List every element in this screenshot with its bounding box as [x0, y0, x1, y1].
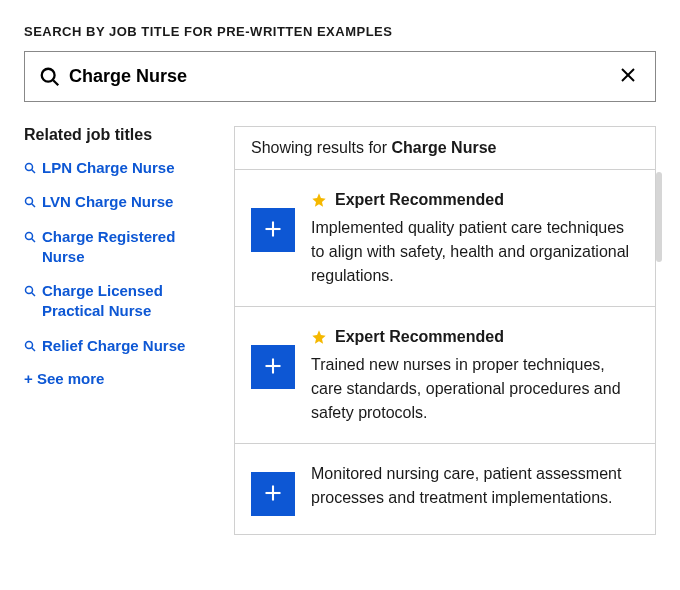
related-title-label: Relief Charge Nurse	[42, 336, 185, 356]
search-icon	[24, 285, 36, 297]
svg-point-10	[26, 287, 33, 294]
search-icon	[24, 162, 36, 174]
result-item: Monitored nursing care, patient assessme…	[235, 444, 655, 534]
related-title-item[interactable]: Relief Charge Nurse	[24, 336, 214, 356]
search-input[interactable]	[61, 66, 615, 87]
search-box[interactable]	[24, 51, 656, 102]
svg-point-12	[26, 341, 33, 348]
svg-point-8	[26, 232, 33, 239]
svg-line-13	[32, 347, 35, 350]
recommended-badge: Expert Recommended	[311, 188, 639, 212]
search-icon	[39, 66, 61, 88]
recommended-label: Expert Recommended	[335, 188, 504, 212]
results-panel: Showing results for Charge Nurse Expert …	[234, 126, 656, 535]
star-icon	[311, 329, 327, 345]
related-title-label: Charge Registered Nurse	[42, 227, 214, 268]
scrollbar[interactable]	[656, 172, 662, 262]
clear-button[interactable]	[615, 62, 641, 91]
related-title-item[interactable]: Charge Licensed Practical Nurse	[24, 281, 214, 322]
svg-point-4	[26, 164, 33, 171]
add-button[interactable]	[251, 208, 295, 252]
svg-point-0	[42, 68, 55, 81]
sidebar: Related job titles LPN Charge Nurse LVN …	[24, 126, 214, 535]
result-text: Implemented quality patient care techniq…	[311, 216, 639, 288]
results-query: Charge Nurse	[392, 139, 497, 156]
svg-line-7	[32, 204, 35, 207]
svg-line-9	[32, 238, 35, 241]
search-label: SEARCH BY JOB TITLE FOR PRE-WRITTEN EXAM…	[24, 24, 656, 39]
svg-point-6	[26, 198, 33, 205]
result-text: Monitored nursing care, patient assessme…	[311, 462, 639, 510]
search-icon	[24, 196, 36, 208]
recommended-label: Expert Recommended	[335, 325, 504, 349]
result-body: Expert Recommended Implemented quality p…	[311, 188, 639, 288]
result-text: Trained new nurses in proper techniques,…	[311, 353, 639, 425]
search-icon	[24, 340, 36, 352]
related-title-item[interactable]: LVN Charge Nurse	[24, 192, 214, 212]
related-title-label: LPN Charge Nurse	[42, 158, 175, 178]
related-title-label: Charge Licensed Practical Nurse	[42, 281, 214, 322]
result-body: Monitored nursing care, patient assessme…	[311, 462, 639, 510]
result-body: Expert Recommended Trained new nurses in…	[311, 325, 639, 425]
related-title-label: LVN Charge Nurse	[42, 192, 173, 212]
result-item: Expert Recommended Trained new nurses in…	[235, 307, 655, 444]
add-button[interactable]	[251, 345, 295, 389]
recommended-badge: Expert Recommended	[311, 325, 639, 349]
see-more-link[interactable]: + See more	[24, 370, 214, 387]
svg-line-11	[32, 293, 35, 296]
search-icon	[24, 231, 36, 243]
related-title-item[interactable]: LPN Charge Nurse	[24, 158, 214, 178]
close-icon	[619, 66, 637, 87]
plus-icon	[263, 219, 283, 242]
svg-line-5	[32, 170, 35, 173]
star-icon	[311, 192, 327, 208]
related-title-item[interactable]: Charge Registered Nurse	[24, 227, 214, 268]
plus-icon	[263, 356, 283, 379]
results-header: Showing results for Charge Nurse	[235, 127, 655, 170]
svg-line-1	[53, 80, 58, 85]
results-showing-text: Showing results for	[251, 139, 392, 156]
results-list: Expert Recommended Implemented quality p…	[235, 170, 655, 534]
result-item: Expert Recommended Implemented quality p…	[235, 170, 655, 307]
add-button[interactable]	[251, 472, 295, 516]
plus-icon	[263, 483, 283, 506]
related-titles-heading: Related job titles	[24, 126, 214, 144]
